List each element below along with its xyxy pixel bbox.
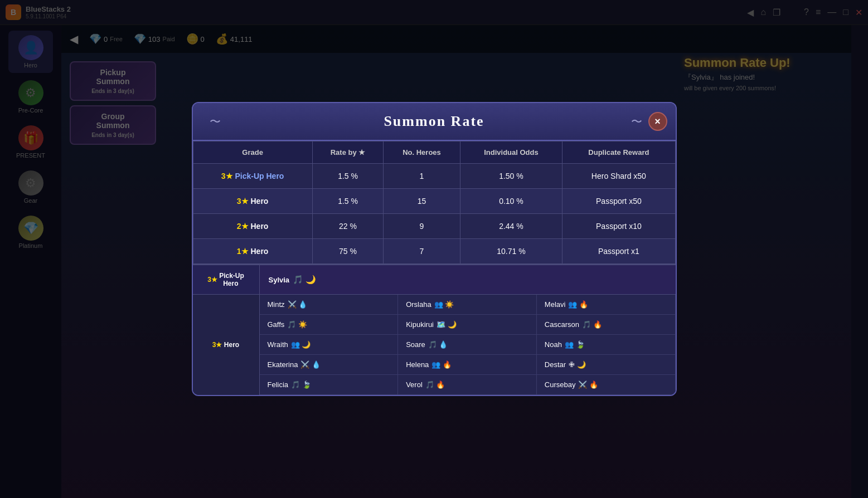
reward-cell: Passport x1: [562, 239, 675, 264]
odds-cell: 1.50 %: [460, 164, 562, 189]
hero-cell-destar: Destar ✙ 🌙: [537, 355, 676, 375]
hero-name-cursebay: Cursebay: [545, 380, 576, 389]
three-star-hero-section: 3★ Hero Mintz ⚔️ 💧 Orslaha 👥 ☀️ Melavi 👥…: [193, 294, 676, 395]
rate-cell: 1.5 %: [312, 189, 384, 214]
hero-name-verol: Verol: [406, 380, 423, 389]
hero-icons-noah: 👥 🍃: [565, 340, 585, 349]
hero-name-ekaterina: Ekaterina: [268, 360, 298, 369]
hero-cell-kipukirui: Kipukirui 🗺️ 🌙: [398, 315, 537, 335]
hero-name-gaffs: Gaffs: [268, 320, 285, 329]
hero-icons-helena: 👥 🔥: [431, 360, 452, 369]
odds-cell: 2.44 %: [460, 214, 562, 239]
hero-cell-orslaha: Orslaha 👥 ☀️: [398, 295, 537, 315]
odds-cell: 0.10 %: [460, 189, 562, 214]
hero-cell-cursebay: Cursebay ⚔️ 🔥: [537, 375, 676, 395]
table-header-heroes: No. Heroes: [384, 141, 460, 164]
hero-icons-cascarson: 🎵 🔥: [582, 320, 602, 329]
hero-icons-kipukirui: 🗺️ 🌙: [437, 320, 457, 329]
table-row: 1★ Hero 75 % 7 10.71 % Passport x1: [193, 239, 675, 264]
odds-cell: 10.71 %: [460, 239, 562, 264]
rate-cell: 1.5 %: [312, 164, 384, 189]
hero-cell-helena: Helena 👥 🔥: [398, 355, 537, 375]
hero-cell-noah: Noah 👥 🍃: [537, 335, 676, 355]
rate-cell: 75 %: [312, 239, 384, 264]
grade-cell: 3★ Hero: [193, 189, 312, 214]
hero-cell-felicia: Felicia 🎵 🍃: [260, 375, 399, 395]
hero-name-soare: Soare: [406, 340, 425, 349]
heroes-cell: 9: [384, 214, 460, 239]
hero-name-mintz: Mintz: [268, 300, 285, 309]
hero-icons-soare: 🎵 💧: [428, 340, 448, 349]
hero-cell-verol: Verol 🎵 🔥: [398, 375, 537, 395]
grade-cell: 1★ Hero: [193, 239, 312, 264]
hero-icons-felicia: 🎵 🍃: [291, 380, 311, 389]
hero-name-melavi: Melavi: [545, 300, 566, 309]
table-row: 2★ Hero 22 % 9 2.44 % Passport x10: [193, 214, 675, 239]
hero-name-felicia: Felicia: [268, 380, 289, 389]
pickup-hero-name: Sylvia: [269, 276, 290, 284]
hero-cell-soare: Soare 🎵 💧: [398, 335, 537, 355]
hero-cell-mintz: Mintz ⚔️ 💧: [260, 295, 399, 315]
table-header-rate: Rate by ★: [312, 141, 384, 164]
rate-cell: 22 %: [312, 214, 384, 239]
hero-name-noah: Noah: [545, 340, 562, 349]
three-star-hero-grid: Mintz ⚔️ 💧 Orslaha 👥 ☀️ Melavi 👥 🔥 Gaffs…: [260, 295, 676, 395]
summon-rate-table: Grade Rate by ★ No. Heroes Individual Od…: [193, 141, 676, 264]
hero-icons-mintz: ⚔️ 💧: [288, 300, 308, 309]
summon-rate-modal: Summon Rate × Grade Rate by ★ No. Heroes…: [192, 102, 677, 396]
hero-name-orslaha: Orslaha: [406, 300, 431, 309]
hero-icons-verol: 🎵 🔥: [425, 380, 445, 389]
modal-header: Summon Rate ×: [193, 103, 676, 141]
hero-icons-wraith: 👥 🌙: [291, 340, 311, 349]
hero-icons-melavi: 👥 🔥: [568, 300, 588, 309]
pickup-hero-icons: 🎵 🌙: [293, 275, 316, 285]
grade-cell: 3★ Pick-Up Hero: [193, 164, 312, 189]
hero-cell-gaffs: Gaffs 🎵 ☀️: [260, 315, 399, 335]
hero-icons-ekaterina: ⚔️ 💧: [300, 360, 321, 369]
table-row: 3★ Hero 1.5 % 15 0.10 % Passport x50: [193, 189, 675, 214]
hero-name-kipukirui: Kipukirui: [406, 320, 434, 329]
three-star-section-label: 3★ Hero: [193, 295, 260, 395]
hero-cell-melavi: Melavi 👥 🔥: [537, 295, 676, 315]
pickup-hero-item: Sylvia 🎵 🌙: [260, 265, 326, 294]
hero-name-wraith: Wraith: [268, 340, 288, 349]
grade-cell: 2★ Hero: [193, 214, 312, 239]
hero-cell-ekaterina: Ekaterina ⚔️ 💧: [260, 355, 399, 375]
table-header-reward: Duplicate Reward: [562, 141, 675, 164]
pickup-hero-section: 3★ Pick-UpHero Sylvia 🎵 🌙: [193, 264, 676, 294]
modal-title: Summon Rate: [384, 113, 484, 129]
reward-cell: Hero Shard x50: [562, 164, 675, 189]
reward-cell: Passport x10: [562, 214, 675, 239]
hero-icons-orslaha: 👥 ☀️: [434, 300, 454, 309]
hero-name-cascarson: Cascarson: [545, 320, 579, 329]
reward-cell: Passport x50: [562, 189, 675, 214]
heroes-cell: 7: [384, 239, 460, 264]
hero-name-destar: Destar: [545, 360, 566, 369]
hero-cell-cascarson: Cascarson 🎵 🔥: [537, 315, 676, 335]
hero-icons-cursebay: ⚔️ 🔥: [578, 380, 598, 389]
hero-name-helena: Helena: [406, 360, 429, 369]
modal-close-button[interactable]: ×: [648, 112, 667, 131]
hero-icons-gaffs: 🎵 ☀️: [287, 320, 307, 329]
heroes-cell: 1: [384, 164, 460, 189]
heroes-cell: 15: [384, 189, 460, 214]
table-row: 3★ Pick-Up Hero 1.5 % 1 1.50 % Hero Shar…: [193, 164, 675, 189]
hero-cell-wraith: Wraith 👥 🌙: [260, 335, 399, 355]
table-header-grade: Grade: [193, 141, 312, 164]
table-header-odds: Individual Odds: [460, 141, 562, 164]
hero-icons-destar: ✙ 🌙: [569, 360, 586, 369]
pickup-section-label: 3★ Pick-UpHero: [193, 265, 260, 294]
